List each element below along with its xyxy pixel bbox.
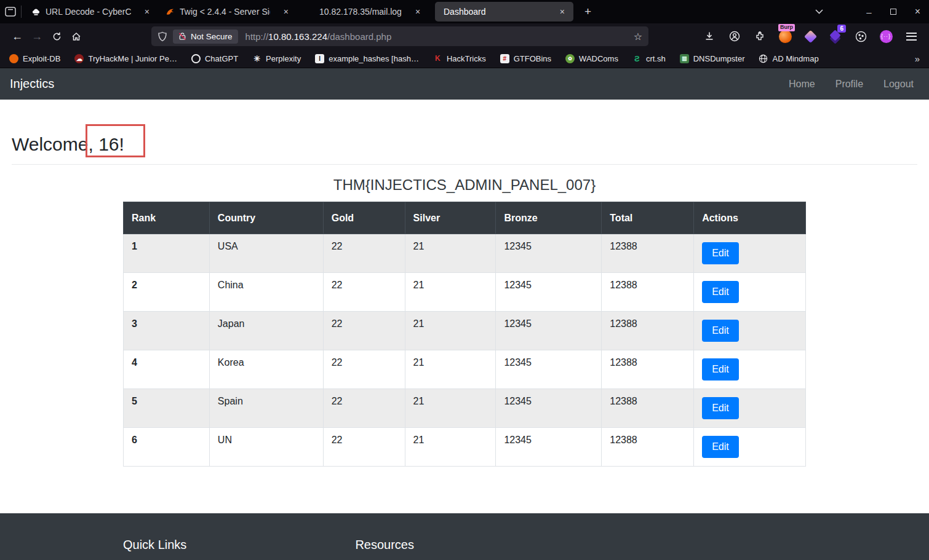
bookmark-wadcoms[interactable]: ✿ WADComs — [565, 54, 618, 63]
perplexity-icon: ✳ — [252, 54, 261, 63]
globe-icon — [759, 54, 768, 63]
bookmark-label: Exploit-DB — [23, 54, 60, 63]
tracking-shield-icon[interactable] — [157, 31, 167, 42]
nav-link-profile[interactable]: Profile — [831, 79, 868, 90]
window-controls: – × — [866, 6, 920, 17]
tab-exploitdb-twig[interactable]: Twig < 2.4.4 - Server Side × — [158, 0, 297, 23]
tab-close-icon[interactable]: × — [413, 7, 423, 17]
nav-link-logout[interactable]: Logout — [879, 79, 919, 90]
foxyproxy-extension-icon[interactable] — [802, 28, 818, 44]
account-icon[interactable] — [727, 28, 743, 44]
gtfobins-icon: # — [500, 54, 509, 63]
edit-button[interactable]: Edit — [702, 281, 739, 303]
back-button[interactable]: ← — [7, 27, 27, 45]
url-path: /dashboard.php — [327, 31, 391, 42]
edit-button[interactable]: Edit — [702, 436, 739, 458]
app-menu-hamburger-icon[interactable] — [903, 28, 919, 44]
window-close-button[interactable]: × — [915, 6, 920, 17]
cell-gold: 22 — [323, 428, 405, 467]
tab-close-icon[interactable]: × — [142, 7, 152, 17]
red-annotation-box — [86, 124, 145, 157]
new-tab-button[interactable]: + — [577, 5, 599, 18]
url-text: http://10.80.163.224/dashboard.php — [245, 31, 392, 42]
header-gold: Gold — [323, 202, 405, 234]
cell-country: Japan — [209, 312, 323, 350]
tab-bar: URL Decode - CyberChef × Twig < 2.4.4 - … — [0, 0, 929, 23]
address-bar[interactable]: Not Secure http://10.80.163.224/dashboar… — [151, 26, 648, 46]
edit-button[interactable]: Edit — [702, 358, 739, 381]
header-bronze: Bronze — [496, 202, 602, 234]
tab-close-icon[interactable]: × — [557, 7, 567, 17]
bookmark-label: DNSDumpster — [693, 54, 745, 63]
not-secure-chip[interactable]: Not Secure — [173, 30, 238, 44]
bookmark-gtfobins[interactable]: # GTFOBins — [500, 54, 551, 63]
list-all-tabs-chevron-icon[interactable] — [815, 9, 823, 14]
cell-bronze: 12345 — [496, 389, 602, 428]
layers-extension-icon[interactable]: 6 — [827, 28, 843, 44]
bookmark-dnsdumpster[interactable]: ▥ DNSDumpster — [680, 54, 745, 63]
tab-close-icon[interactable]: × — [281, 7, 291, 17]
cell-total: 12388 — [602, 350, 694, 389]
downloads-icon[interactable] — [701, 28, 717, 44]
cell-country: Spain — [209, 389, 323, 428]
bookmark-tryhackme[interactable]: ☁ TryHackMe | Junior Pe… — [74, 54, 177, 63]
bookmark-label: example_hashes [hash… — [329, 54, 419, 63]
cell-gold: 22 — [323, 389, 405, 428]
security-status-text: Not Secure — [191, 32, 233, 41]
header-actions: Actions — [694, 202, 806, 234]
cell-silver: 21 — [405, 389, 496, 428]
extension-count-badge: 6 — [837, 25, 846, 33]
cell-bronze: 12345 — [496, 428, 602, 467]
header-total: Total — [602, 202, 694, 234]
tab-cyberchef[interactable]: URL Decode - CyberChef × — [24, 0, 158, 23]
bookmarks-overflow-chevron[interactable]: » — [915, 53, 920, 64]
edit-button[interactable]: Edit — [702, 397, 739, 419]
tab-title: 10.82.178.35/mail.log — [319, 7, 402, 17]
bookmark-label: Perplexity — [266, 54, 301, 63]
brand-injectics[interactable]: Injectics — [10, 77, 54, 91]
table-row: 1 USA 22 21 12345 12388 Edit — [124, 234, 806, 273]
cell-silver: 21 — [405, 234, 496, 273]
cell-bronze: 12345 — [496, 234, 602, 273]
welcome-heading: Welcome, 16! — [12, 134, 917, 155]
bookmark-label: TryHackMe | Junior Pe… — [88, 54, 177, 63]
cell-silver: 21 — [405, 350, 496, 389]
magenta-extension-icon[interactable]: {··} — [878, 28, 894, 44]
firefox-view-icon[interactable] — [0, 0, 21, 23]
cell-country: UN — [209, 428, 323, 467]
extensions-puzzle-icon[interactable] — [752, 28, 768, 44]
home-button[interactable] — [66, 27, 86, 45]
header-country: Country — [209, 202, 323, 234]
bookmark-ad-mindmap[interactable]: AD Mindmap — [759, 54, 818, 63]
bookmark-perplexity[interactable]: ✳ Perplexity — [252, 54, 301, 63]
cell-total: 12388 — [602, 428, 694, 467]
tab-title: Dashboard — [444, 7, 486, 17]
minimize-button[interactable]: – — [866, 7, 871, 17]
bookmark-hacktricks[interactable]: K HackTricks — [433, 54, 486, 63]
tab-mail-log[interactable]: 10.82.178.35/mail.log × — [297, 0, 434, 23]
cell-rank: 5 — [124, 389, 210, 428]
tab-dashboard-active[interactable]: Dashboard × — [435, 2, 573, 22]
cookie-editor-extension-icon[interactable] — [853, 28, 869, 44]
edit-button[interactable]: Edit — [702, 242, 739, 264]
cell-bronze: 12345 — [496, 273, 602, 312]
edit-button[interactable]: Edit — [702, 320, 739, 342]
maximize-button[interactable] — [890, 9, 896, 15]
cell-total: 12388 — [602, 273, 694, 312]
bookmark-chatgpt[interactable]: ChatGPT — [191, 54, 238, 63]
page-viewport: Injectics Home Profile Logout Welcome, 1… — [0, 68, 929, 560]
bookmark-crtsh[interactable]: Ƨ crt.sh — [632, 54, 666, 63]
nav-link-home[interactable]: Home — [784, 79, 820, 90]
bookmark-exploit-db[interactable]: Exploit-DB — [9, 54, 60, 63]
cell-total: 12388 — [602, 389, 694, 428]
cell-country: USA — [209, 234, 323, 273]
cell-country: Korea — [209, 350, 323, 389]
exploit-db-icon — [9, 54, 18, 63]
cell-silver: 21 — [405, 273, 496, 312]
reload-button[interactable] — [47, 27, 66, 45]
main-content: Welcome, 16! THM{INJECTICS_ADMIN_PANEL_0… — [0, 134, 929, 467]
bookmark-star-icon[interactable]: ☆ — [634, 31, 642, 42]
burp-suite-extension-icon[interactable]: Burp — [777, 28, 793, 44]
bookmark-example-hashes[interactable]: I example_hashes [hash… — [315, 54, 419, 63]
cyberchef-chef-hat-icon — [31, 7, 41, 17]
